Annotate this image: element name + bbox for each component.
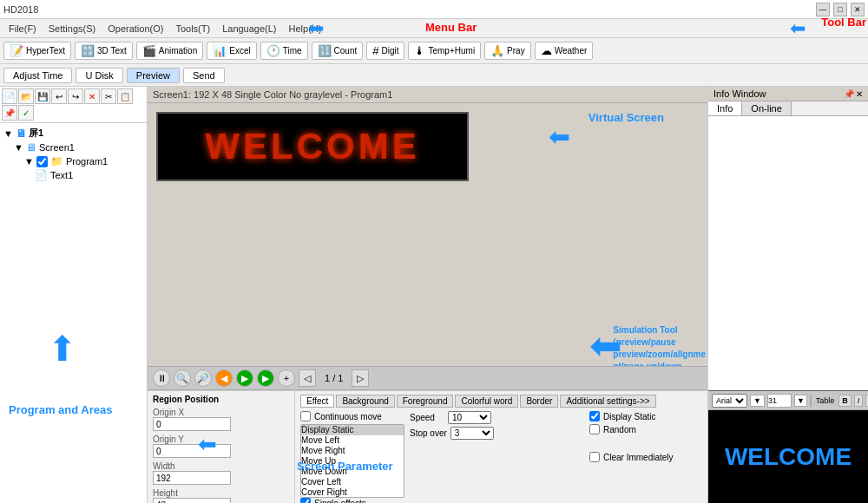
menu-tools[interactable]: Tools(T) xyxy=(170,22,215,36)
weather-button[interactable]: ☁ Weather xyxy=(535,42,594,60)
back-button[interactable]: ◁ xyxy=(299,369,316,387)
display-static-label: Display Static xyxy=(603,412,656,421)
tab-info[interactable]: Info xyxy=(708,101,742,115)
speed-select[interactable]: 10 5 20 xyxy=(448,411,491,424)
font-size-arrow[interactable]: ▼ xyxy=(794,395,807,407)
clear-immediately-checkbox[interactable] xyxy=(589,452,600,462)
program-checkbox[interactable] xyxy=(36,156,48,167)
width-input[interactable] xyxy=(153,471,231,485)
effect-list-panel: Continuous move Display Static Move Left… xyxy=(300,411,404,503)
next-page-button[interactable]: ▶ xyxy=(257,369,274,387)
u-disk-button[interactable]: U Disk xyxy=(76,68,122,83)
stopover-select[interactable]: 3 1 5 xyxy=(450,427,494,440)
zoom-out-button[interactable]: 🔎 xyxy=(194,369,212,387)
3dtext-button[interactable]: 🔡 3D Text xyxy=(75,42,133,60)
maximize-button[interactable]: □ xyxy=(833,3,847,16)
open-btn[interactable]: 📂 xyxy=(18,88,34,104)
tab-online[interactable]: On-line xyxy=(742,101,791,115)
bottom-area: Region Position Origin X Origin Y Width … xyxy=(148,390,707,503)
display-static-checkbox[interactable] xyxy=(589,411,600,421)
preview-button[interactable]: Preview xyxy=(127,68,180,83)
tree-text[interactable]: 📄 Text1 xyxy=(35,169,143,181)
time-button[interactable]: 🕐 Time xyxy=(260,42,308,60)
tree-screen[interactable]: ▼ 🖥 Screen1 xyxy=(14,141,143,154)
program-areas-arrow: ⬆ xyxy=(48,329,77,369)
count-icon: 🔢 xyxy=(318,44,332,57)
tree-screen-label: Screen1 xyxy=(39,142,75,153)
pause-button[interactable]: ⏸ xyxy=(153,369,170,387)
expand-icon: ▼ xyxy=(3,128,13,139)
hypertext-button[interactable]: 📝 HyperText xyxy=(3,42,71,60)
speed-label: Speed xyxy=(410,413,444,422)
tree-root-label: 屏1 xyxy=(29,127,43,140)
copy-btn[interactable]: 📋 xyxy=(117,88,133,104)
check-btn[interactable]: ✓ xyxy=(18,105,34,121)
minimize-button[interactable]: — xyxy=(816,3,830,16)
adjust-time-button[interactable]: Adjust Time xyxy=(3,68,72,83)
height-input[interactable] xyxy=(153,498,231,503)
menu-operation[interactable]: Operation(O) xyxy=(102,22,168,36)
color-swatch[interactable] xyxy=(810,395,812,407)
animation-button[interactable]: 🎬 Animation xyxy=(136,42,203,60)
tree-program[interactable]: ▼ 📁 Program1 xyxy=(24,155,143,167)
info-pin-button[interactable]: 📌 xyxy=(844,89,854,99)
send-button[interactable]: Send xyxy=(183,68,225,83)
menu-file[interactable]: File(F) xyxy=(3,22,42,36)
effect-panel: Effect Background Foreground Colorful wo… xyxy=(295,390,707,503)
preview-content: WELCOME xyxy=(708,410,868,503)
close-button[interactable]: ✕ xyxy=(851,3,865,16)
undo-btn[interactable]: ↩ xyxy=(51,88,67,104)
font-size-input[interactable] xyxy=(767,394,792,408)
menu-settings[interactable]: Settings(S) xyxy=(43,22,101,36)
tab-effect[interactable]: Effect xyxy=(300,395,334,408)
random-row: Random xyxy=(589,424,702,434)
region-title: Region Position xyxy=(153,395,289,404)
zoom-in-button[interactable]: 🔍 xyxy=(174,369,191,387)
effect-move-left: Move Left xyxy=(301,435,404,446)
info-close-button[interactable]: ✕ xyxy=(856,89,863,99)
temphumi-button[interactable]: 🌡 Temp+Humi xyxy=(408,42,481,60)
bold-button[interactable]: B xyxy=(838,395,852,407)
font-dropdown-arrow[interactable]: ▼ xyxy=(750,395,765,407)
font-select[interactable]: Arial xyxy=(712,394,747,408)
pray-button[interactable]: 🙏 Pray xyxy=(484,42,531,60)
italic-button[interactable]: I xyxy=(854,395,864,407)
origin-y-input[interactable] xyxy=(153,444,231,458)
save-btn[interactable]: 💾 xyxy=(35,88,50,104)
single-checkbox[interactable] xyxy=(300,498,311,503)
origin-x-field: Origin X xyxy=(153,408,289,431)
cut-btn[interactable]: ✂ xyxy=(101,88,116,104)
digit-button[interactable]: # Digit xyxy=(366,42,404,60)
center-button[interactable]: + xyxy=(278,369,295,387)
program-areas-label: Program and Areas xyxy=(9,403,112,416)
delete-btn[interactable]: ✕ xyxy=(84,88,100,104)
paste-btn[interactable]: 📌 xyxy=(2,105,17,121)
tree-root[interactable]: ▼ 🖥 屏1 xyxy=(3,127,143,140)
tree-panel: ▼ 🖥 屏1 ▼ 🖥 Screen1 ▼ 📁 Program1 📄 Text1 xyxy=(0,123,147,503)
tab-foreground[interactable]: Foreground xyxy=(397,395,454,408)
prev-page-button[interactable]: ◀ xyxy=(215,369,233,387)
count-button[interactable]: 🔢 Count xyxy=(312,42,364,60)
tab-colorful[interactable]: Colorful word xyxy=(455,395,518,408)
effect-move-right: Move Right xyxy=(301,446,404,456)
tab-additional[interactable]: Additional settings->> xyxy=(560,395,655,408)
redo-btn[interactable]: ↪ xyxy=(68,88,83,104)
preview-text: WELCOME xyxy=(725,443,852,471)
origin-x-input[interactable] xyxy=(153,417,231,431)
led-text: WELCOME xyxy=(205,126,419,167)
weather-icon: ☁ xyxy=(541,44,552,57)
effect-tabs: Effect Background Foreground Colorful wo… xyxy=(300,395,702,408)
play-button[interactable]: ▶ xyxy=(236,369,253,387)
clear-immediately-label: Clear Immediately xyxy=(603,453,674,462)
random-checkbox[interactable] xyxy=(589,424,600,434)
menu-language[interactable]: Language(L) xyxy=(217,22,281,36)
origin-y-label: Origin Y xyxy=(153,434,289,444)
forward-button[interactable]: ▷ xyxy=(352,369,369,387)
tab-background[interactable]: Background xyxy=(336,395,394,408)
width-label: Width xyxy=(153,461,289,471)
tab-border[interactable]: Border xyxy=(520,395,558,408)
excel-button[interactable]: 📊 Excel xyxy=(207,42,256,60)
new-btn[interactable]: 📄 xyxy=(2,88,17,104)
continuous-checkbox[interactable] xyxy=(300,411,311,421)
single-label: Single effects xyxy=(314,499,366,504)
